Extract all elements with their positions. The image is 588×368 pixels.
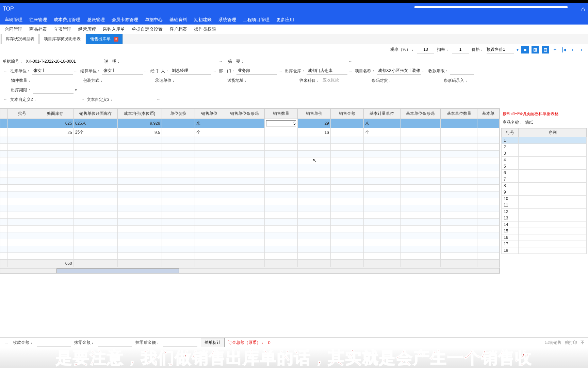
dropdown-icon[interactable]: ▾ xyxy=(75,88,77,92)
sub-history[interactable]: 经营历程 xyxy=(75,26,99,32)
pack-input[interactable] xyxy=(105,77,146,84)
first-icon[interactable]: |◂ xyxy=(561,46,567,53)
side-row[interactable]: 3 xyxy=(502,150,587,157)
menu-system[interactable]: 系统管理 xyxy=(215,17,240,23)
warehouse-picker-icon[interactable]: ··· xyxy=(347,68,354,73)
desc-input[interactable] xyxy=(122,58,217,65)
dropdown-icon[interactable]: ▾ xyxy=(517,47,519,52)
footer-picker-icon[interactable]: ··· xyxy=(3,340,10,345)
side-row[interactable]: 8 xyxy=(502,183,587,189)
table-row[interactable]: 2525个 9.5个 16个 xyxy=(0,128,500,137)
settle-picker-icon[interactable]: ··· xyxy=(143,68,149,73)
sub-customer[interactable]: 客户档案 xyxy=(166,26,191,32)
table-row[interactable] xyxy=(0,191,500,198)
project-picker-icon[interactable]: ··· xyxy=(421,68,427,73)
desc-picker-icon[interactable]: ··· xyxy=(217,59,223,64)
barcode-check-input[interactable] xyxy=(393,77,434,84)
dept-input[interactable] xyxy=(236,67,277,75)
table-row[interactable] xyxy=(0,239,500,246)
table-row[interactable] xyxy=(0,137,500,144)
menu-contacts[interactable]: 往来管理 xyxy=(26,17,50,23)
toolbar-btn-2[interactable]: ⊞ xyxy=(532,46,539,53)
summary-picker-icon[interactable]: ··· xyxy=(348,59,354,64)
side-row[interactable]: 10 xyxy=(502,196,587,202)
after-input[interactable] xyxy=(163,339,197,347)
sub-purchase[interactable]: 采购入库单 xyxy=(99,26,128,32)
collect-due-input[interactable] xyxy=(450,67,474,75)
menu-docs[interactable]: 单据中心 xyxy=(142,17,166,23)
custom2-input[interactable] xyxy=(38,96,79,103)
custom3-picker-icon[interactable]: ··· xyxy=(156,97,162,102)
side-row[interactable]: 1 xyxy=(502,137,587,144)
table-row[interactable]: 625625米 9.928米 29米 xyxy=(0,119,500,128)
customer-input[interactable] xyxy=(32,67,73,75)
table-row[interactable] xyxy=(0,185,500,191)
tab-sales-out[interactable]: 销售出库单 × xyxy=(86,34,123,44)
horizontal-scrollbar[interactable] xyxy=(0,268,500,274)
table-row[interactable] xyxy=(0,212,500,219)
table-row[interactable] xyxy=(0,246,500,253)
side-row[interactable]: 11 xyxy=(502,202,587,209)
side-row[interactable]: 14 xyxy=(502,221,587,228)
discount-input[interactable] xyxy=(452,46,469,53)
menu-more[interactable]: 更多应用 xyxy=(273,17,297,23)
side-row[interactable]: 18 xyxy=(502,247,587,254)
tab-stock-detail[interactable]: 项目库存状况明细表 xyxy=(39,34,85,44)
add-icon[interactable]: + xyxy=(552,47,558,53)
row-picker-icon[interactable]: ··· xyxy=(3,97,9,102)
table-row[interactable] xyxy=(0,205,500,212)
prev-icon[interactable]: ‹ xyxy=(570,47,576,53)
qty-cell-input[interactable] xyxy=(266,120,296,126)
handler-input[interactable] xyxy=(170,67,211,75)
table-row[interactable] xyxy=(0,178,500,185)
sub-project[interactable]: 立项管理 xyxy=(50,26,75,32)
scroll-thumb[interactable] xyxy=(56,269,179,273)
barcode-in-input[interactable] xyxy=(470,77,493,84)
table-row[interactable] xyxy=(0,171,500,178)
settle-input[interactable] xyxy=(102,67,143,75)
custom3-input[interactable] xyxy=(115,96,156,103)
data-grid[interactable]: 批号账面库存 销售单位账面库存成本均价(本位币) 单位切换销售单位 销售单位条形… xyxy=(0,108,500,267)
tab-stock-tree[interactable]: 库存状况树型表 xyxy=(1,34,39,44)
custom2-picker-icon[interactable]: ··· xyxy=(79,97,85,102)
project-input[interactable] xyxy=(377,67,421,75)
side-row[interactable]: 2 xyxy=(502,144,587,150)
table-row[interactable] xyxy=(0,198,500,205)
side-row[interactable]: 13 xyxy=(502,215,587,221)
table-row[interactable] xyxy=(0,226,500,232)
side-grid[interactable]: 行号序列 123456789101112131415161718 xyxy=(501,128,587,254)
table-row[interactable] xyxy=(0,219,500,226)
side-row[interactable]: 9 xyxy=(502,189,587,196)
side-row[interactable]: 17 xyxy=(502,241,587,247)
warehouse-input[interactable] xyxy=(307,67,347,75)
doc-no-input[interactable] xyxy=(24,58,89,65)
sub-customdoc[interactable]: 单据自定义设置 xyxy=(128,26,166,32)
row-picker-icon[interactable]: ··· xyxy=(3,68,9,73)
menu-cost[interactable]: 成本费用管理 xyxy=(50,17,84,23)
carrier-input[interactable] xyxy=(177,77,218,84)
side-row[interactable]: 15 xyxy=(502,228,587,234)
menu-member[interactable]: 会员卡券管理 xyxy=(108,17,142,23)
dept-picker-icon[interactable]: ··· xyxy=(277,68,283,73)
menu-vehicle[interactable]: 车辆管理 xyxy=(1,17,26,23)
home-icon[interactable]: ⌂ xyxy=(581,5,585,13)
customer-picker-icon[interactable]: ··· xyxy=(73,68,79,73)
side-row[interactable]: 7 xyxy=(502,176,587,183)
table-row[interactable] xyxy=(0,157,500,164)
toolbar-btn-1[interactable]: ■ xyxy=(521,46,529,53)
sub-product[interactable]: 商品档案 xyxy=(26,26,50,32)
side-row[interactable]: 4 xyxy=(502,157,587,163)
table-row[interactable] xyxy=(0,144,500,151)
handler-picker-icon[interactable]: ··· xyxy=(211,68,217,73)
wipe-input[interactable] xyxy=(98,339,132,347)
menu-basedata[interactable]: 基础资料 xyxy=(166,17,191,23)
side-row[interactable]: 5 xyxy=(502,163,587,170)
summary-input[interactable] xyxy=(246,58,348,65)
menu-project[interactable]: 工程项目管理 xyxy=(240,17,273,23)
acct-input[interactable] xyxy=(321,77,362,84)
qty-input[interactable] xyxy=(33,77,74,84)
menu-opening[interactable]: 期初建账 xyxy=(191,17,215,23)
out-due-input[interactable] xyxy=(33,86,74,94)
table-row[interactable] xyxy=(0,164,500,171)
collect-input[interactable] xyxy=(37,339,71,347)
